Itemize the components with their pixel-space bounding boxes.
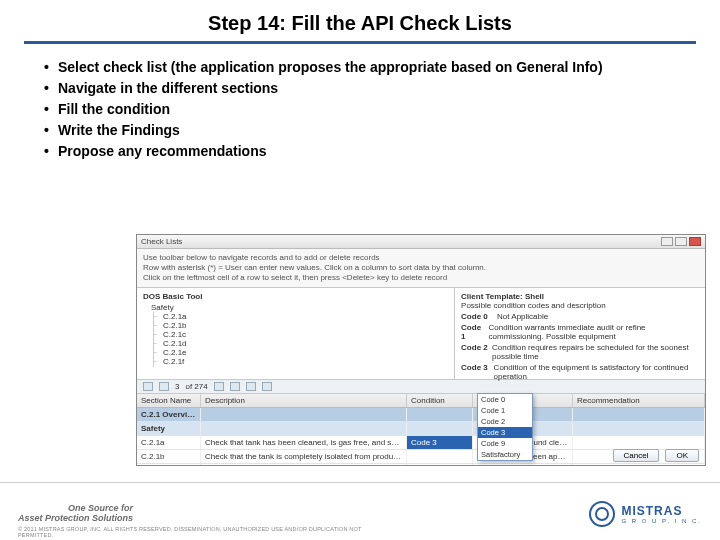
- tree-node[interactable]: C.2.1d: [151, 339, 448, 348]
- table-row[interactable]: C.2.1c Check that roof is adequately sup…: [137, 464, 705, 466]
- tree-header: DOS Basic Tool: [143, 292, 448, 301]
- slide-title: Step 14: Fill the API Check Lists: [0, 0, 720, 41]
- legend-desc: Not Applicable: [497, 312, 548, 321]
- grid-header: Section Name Description Condition Findi…: [137, 394, 705, 408]
- brand-block: MISTRAS G R O U P, I N C.: [589, 501, 702, 527]
- cell-condition[interactable]: Code 3: [407, 436, 473, 449]
- cell-rec[interactable]: [573, 464, 705, 466]
- window-title: Check Lists: [141, 237, 182, 246]
- nav-position: 3: [175, 382, 179, 391]
- cell-condition[interactable]: [407, 450, 473, 463]
- help-text: Use toolbar below to navigate records an…: [137, 249, 705, 288]
- tagline: One Source for Asset Protection Solution…: [18, 504, 133, 523]
- record-navigator: 3 of 274: [137, 380, 705, 394]
- nav-total: of 274: [185, 382, 207, 391]
- cell-rec[interactable]: [573, 436, 705, 449]
- title-rule: [24, 41, 696, 44]
- maximize-icon[interactable]: [675, 237, 687, 246]
- cell-desc[interactable]: Check that roof is adequately supported,…: [201, 464, 407, 466]
- legend-code: Code 1: [461, 323, 485, 341]
- legend-desc: Condition requires repairs be scheduled …: [492, 343, 699, 361]
- tree-node[interactable]: C.2.1f: [151, 357, 448, 366]
- table-row[interactable]: C.2.1a Check that tank has been cleaned,…: [137, 436, 705, 450]
- tree-root[interactable]: Safety: [151, 303, 448, 312]
- legend-subtitle: Possible condition codes and description: [461, 301, 699, 310]
- cancel-button[interactable]: Cancel: [613, 449, 660, 462]
- dropdown-option[interactable]: Code 0: [478, 394, 532, 405]
- legend-desc: Condition warrants immediate audit or re…: [489, 323, 699, 341]
- nav-prev-icon[interactable]: [159, 382, 169, 391]
- tree-node[interactable]: C.2.1a: [151, 312, 448, 321]
- dialog-buttons: Cancel OK: [613, 449, 699, 462]
- section-heading-row: C.2.1 Overview: [137, 408, 705, 422]
- dropdown-option[interactable]: Satisfactory: [478, 449, 532, 460]
- bullet-item: Navigate in the different sections: [44, 79, 684, 98]
- cell-findings[interactable]: The ITR appeared to be adequately suppor…: [473, 464, 573, 466]
- dropdown-option[interactable]: Code 9: [478, 438, 532, 449]
- tree-panel: DOS Basic Tool Safety C.2.1a C.2.1b C.2.…: [137, 288, 455, 379]
- window-titlebar: Check Lists: [137, 235, 705, 249]
- nav-first-icon[interactable]: [143, 382, 153, 391]
- legend-code: Code 2: [461, 343, 488, 361]
- cell-desc[interactable]: Check that the tank is completely isolat…: [201, 450, 407, 463]
- mistras-logo-icon: [589, 501, 615, 527]
- legend-code: Code 3: [461, 363, 490, 381]
- col-description[interactable]: Description: [201, 394, 407, 407]
- ok-button[interactable]: OK: [665, 449, 699, 462]
- section-sub: Safety: [137, 422, 201, 435]
- bullet-item: Write the Findings: [44, 121, 684, 140]
- col-recommendation[interactable]: Recommendation: [573, 394, 705, 407]
- bullet-item: Select check list (the application propo…: [44, 58, 684, 77]
- condition-dropdown[interactable]: Code 0 Code 1 Code 2 Code 3 Code 9 Satis…: [477, 393, 533, 461]
- legend-desc: Condition of the equipment is satisfacto…: [494, 363, 699, 381]
- legend-panel: Client Template: Shell Possible conditio…: [455, 288, 705, 379]
- brand-name: MISTRAS G R O U P, I N C.: [621, 504, 702, 524]
- nav-last-icon[interactable]: [230, 382, 240, 391]
- col-section[interactable]: Section Name: [137, 394, 201, 407]
- nav-next-icon[interactable]: [214, 382, 224, 391]
- nav-delete-icon[interactable]: [262, 382, 272, 391]
- legend-code: Code 0: [461, 312, 493, 321]
- bullet-item: Propose any recommendations: [44, 142, 684, 161]
- dropdown-option[interactable]: Code 1: [478, 405, 532, 416]
- help-line: Row with asterisk (*) = User can enter n…: [143, 263, 699, 273]
- brand-text: MISTRAS: [621, 504, 682, 518]
- tree-node[interactable]: C.2.1c: [151, 330, 448, 339]
- cell-desc[interactable]: Check that tank has been cleaned, is gas…: [201, 436, 407, 449]
- cell-name[interactable]: C.2.1a: [137, 436, 201, 449]
- section-sub-row: Safety: [137, 422, 705, 436]
- brand-sub: G R O U P, I N C.: [621, 518, 702, 524]
- dropdown-option[interactable]: Code 2: [478, 416, 532, 427]
- col-condition[interactable]: Condition: [407, 394, 473, 407]
- cell-name[interactable]: C.2.1c: [137, 464, 201, 466]
- cell-condition[interactable]: [407, 464, 473, 466]
- cell-name[interactable]: C.2.1b: [137, 450, 201, 463]
- instruction-list: Select check list (the application propo…: [44, 58, 684, 160]
- legend-title: Client Template: Shell: [461, 292, 699, 301]
- minimize-icon[interactable]: [661, 237, 673, 246]
- nav-add-icon[interactable]: [246, 382, 256, 391]
- tagline-2: Asset Protection Solutions: [18, 514, 133, 523]
- close-icon[interactable]: [689, 237, 701, 246]
- dropdown-option-selected[interactable]: Code 3: [478, 427, 532, 438]
- help-line: Use toolbar below to navigate records an…: [143, 253, 699, 263]
- tree-node[interactable]: C.2.1e: [151, 348, 448, 357]
- window-controls: [661, 237, 701, 246]
- copyright: © 2011 MISTRAS GROUP, INC. ALL RIGHTS RE…: [18, 526, 378, 538]
- tree-node[interactable]: C.2.1b: [151, 321, 448, 330]
- bullet-item: Fill the condition: [44, 100, 684, 119]
- help-line: Click on the leftmost cell of a row to s…: [143, 273, 699, 283]
- checklist-window: Check Lists Use toolbar below to navigat…: [136, 234, 706, 466]
- section-name: C.2.1 Overview: [137, 408, 201, 421]
